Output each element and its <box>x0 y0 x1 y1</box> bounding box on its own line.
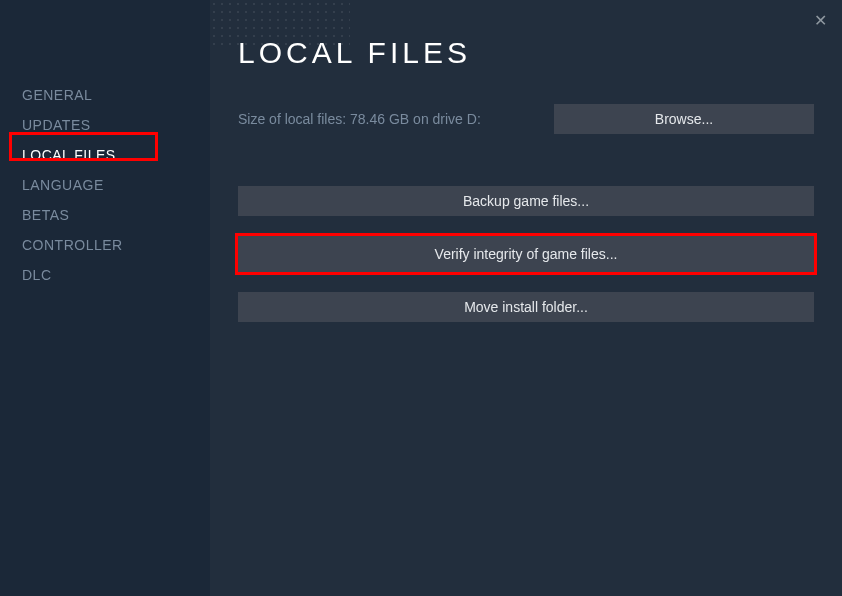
sidebar-item-general[interactable]: GENERAL <box>0 80 210 110</box>
verify-button-wrap: Verify integrity of game files... <box>238 236 814 272</box>
content-panel: ✕ LOCAL FILES Size of local files: 78.46… <box>210 0 842 596</box>
size-row: Size of local files: 78.46 GB on drive D… <box>238 104 814 134</box>
verify-integrity-button[interactable]: Verify integrity of game files... <box>238 236 814 272</box>
browse-button[interactable]: Browse... <box>554 104 814 134</box>
sidebar-item-dlc[interactable]: DLC <box>0 260 210 290</box>
close-icon[interactable]: ✕ <box>810 10 830 30</box>
page-title: LOCAL FILES <box>238 36 814 70</box>
move-install-folder-button[interactable]: Move install folder... <box>238 292 814 322</box>
sidebar-item-controller[interactable]: CONTROLLER <box>0 230 210 260</box>
sidebar-item-betas[interactable]: BETAS <box>0 200 210 230</box>
sidebar-item-local-files[interactable]: LOCAL FILES <box>0 140 210 170</box>
sidebar-item-language[interactable]: LANGUAGE <box>0 170 210 200</box>
sidebar-item-updates[interactable]: UPDATES <box>0 110 210 140</box>
local-files-size-text: Size of local files: 78.46 GB on drive D… <box>238 111 481 127</box>
backup-game-files-button[interactable]: Backup game files... <box>238 186 814 216</box>
settings-sidebar: GENERAL UPDATES LOCAL FILES LANGUAGE BET… <box>0 0 210 596</box>
